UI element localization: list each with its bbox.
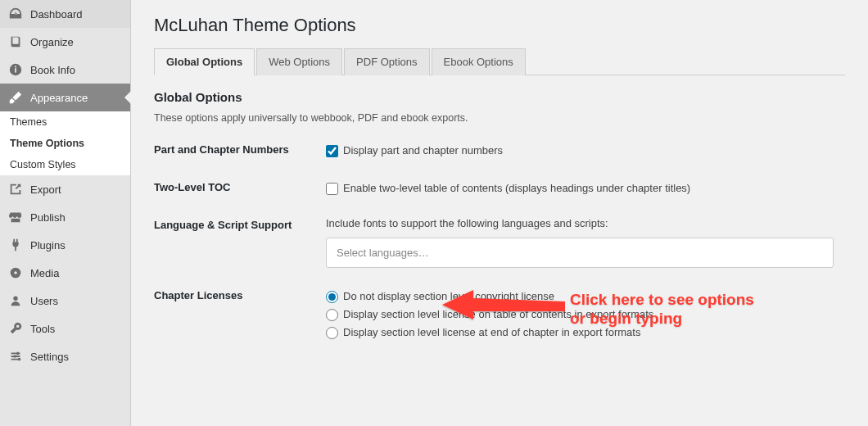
- sidebar-item-label: Publish: [30, 211, 66, 224]
- admin-sidebar: Dashboard Organize Book Info Appearance …: [0, 0, 131, 426]
- media-icon: [8, 265, 23, 280]
- sidebar-item-appearance[interactable]: Appearance: [0, 84, 130, 111]
- sidebar-item-label: Export: [30, 184, 61, 196]
- plug-icon: [8, 238, 23, 252]
- tab-pdf-options[interactable]: PDF Options: [344, 48, 429, 75]
- sidebar-item-label: Users: [30, 295, 58, 307]
- settings-icon: [8, 349, 23, 364]
- section-heading: Global Options: [154, 90, 845, 104]
- language-desc: Include fonts to support the following l…: [326, 217, 845, 229]
- sidebar-item-publish[interactable]: Publish: [0, 203, 130, 231]
- row-language-support: Language & Script Support Include fonts …: [154, 217, 845, 268]
- appearance-submenu: Themes Theme Options Custom Styles: [0, 111, 130, 175]
- section-description: These options apply universally to webbo…: [154, 112, 845, 124]
- submenu-themes[interactable]: Themes: [0, 111, 130, 133]
- radio-license-none[interactable]: Do not display section level copyright l…: [326, 288, 845, 306]
- row-label: Language & Script Support: [154, 217, 326, 231]
- sidebar-item-label: Settings: [30, 351, 69, 363]
- sidebar-item-organize[interactable]: Organize: [0, 28, 130, 56]
- radio-license-end[interactable]: Display section level license at end of …: [326, 324, 845, 342]
- sidebar-item-users[interactable]: Users: [0, 287, 130, 315]
- row-label: Chapter Licenses: [154, 288, 326, 301]
- svg-rect-1: [15, 68, 16, 72]
- sidebar-item-label: Appearance: [30, 92, 88, 104]
- main-content: McLuhan Theme Options Global Options Web…: [131, 0, 868, 426]
- tab-global-options[interactable]: Global Options: [154, 48, 255, 75]
- checkbox-label: Enable two-level table of contents (disp…: [343, 179, 690, 197]
- svg-point-8: [18, 358, 21, 361]
- sidebar-item-media[interactable]: Media: [0, 259, 130, 287]
- language-select[interactable]: Select languages…: [326, 238, 834, 268]
- checkbox-input[interactable]: [326, 145, 338, 157]
- store-icon: [8, 210, 23, 224]
- checkbox-label: Display part and chapter numbers: [343, 142, 503, 160]
- book-icon: [8, 34, 23, 49]
- radio-license-toc[interactable]: Display section level license on table o…: [326, 306, 845, 324]
- dashboard-icon: [8, 7, 23, 21]
- export-icon: [8, 182, 23, 197]
- sidebar-item-label: Media: [30, 267, 59, 279]
- radio-input[interactable]: [326, 309, 338, 321]
- submenu-custom-styles[interactable]: Custom Styles: [0, 154, 130, 175]
- row-label: Part and Chapter Numbers: [154, 142, 326, 156]
- checkbox-display-numbers[interactable]: Display part and chapter numbers: [326, 142, 845, 160]
- users-icon: [8, 293, 23, 308]
- page-title: McLuhan Theme Options: [154, 15, 845, 36]
- svg-rect-2: [15, 66, 16, 68]
- info-icon: [8, 62, 23, 77]
- sidebar-item-label: Organize: [30, 36, 74, 48]
- radio-input[interactable]: [326, 327, 338, 339]
- tools-icon: [8, 321, 23, 336]
- checkbox-input[interactable]: [326, 183, 338, 195]
- radio-label: Do not display section level copyright l…: [343, 288, 554, 306]
- radio-input[interactable]: [326, 291, 338, 303]
- submenu-theme-options[interactable]: Theme Options: [0, 133, 130, 154]
- sidebar-item-label: Plugins: [30, 239, 66, 252]
- options-tabs: Global Options Web Options PDF Options E…: [154, 48, 845, 75]
- row-two-level-toc: Two-Level TOC Enable two-level table of …: [154, 179, 845, 197]
- brush-icon: [8, 90, 23, 105]
- sidebar-item-export[interactable]: Export: [0, 175, 130, 203]
- sidebar-item-dashboard[interactable]: Dashboard: [0, 0, 130, 28]
- svg-point-5: [13, 297, 17, 301]
- svg-point-4: [14, 271, 17, 274]
- row-part-chapter: Part and Chapter Numbers Display part an…: [154, 142, 845, 160]
- radio-label: Display section level license on table o…: [343, 306, 653, 324]
- tab-ebook-options[interactable]: Ebook Options: [432, 48, 526, 75]
- radio-label: Display section level license at end of …: [343, 324, 640, 342]
- sidebar-item-label: Tools: [30, 323, 55, 335]
- svg-point-6: [16, 352, 20, 356]
- sidebar-item-plugins[interactable]: Plugins: [0, 231, 130, 259]
- sidebar-item-label: Book Info: [30, 64, 75, 76]
- tab-web-options[interactable]: Web Options: [256, 48, 342, 75]
- row-chapter-licenses: Chapter Licenses Do not display section …: [154, 288, 845, 342]
- sidebar-item-bookinfo[interactable]: Book Info: [0, 56, 130, 84]
- row-label: Two-Level TOC: [154, 179, 326, 193]
- svg-point-7: [13, 355, 16, 358]
- sidebar-item-tools[interactable]: Tools: [0, 315, 130, 342]
- sidebar-item-label: Dashboard: [30, 8, 83, 20]
- sidebar-item-settings[interactable]: Settings: [0, 342, 130, 370]
- checkbox-two-level-toc[interactable]: Enable two-level table of contents (disp…: [326, 179, 845, 197]
